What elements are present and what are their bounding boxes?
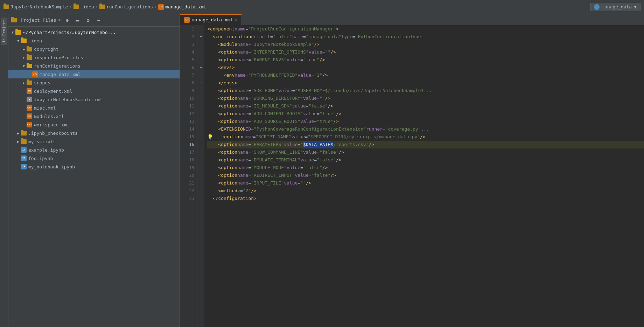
tree-item-deployment-xml[interactable]: </> deployment.xml bbox=[8, 87, 180, 95]
foo-spacer bbox=[15, 155, 21, 161]
code-content[interactable]: <component name="ProjectRunConfiguration… bbox=[204, 25, 644, 327]
fold-19 bbox=[197, 164, 204, 172]
tree-item-runconfigurations[interactable]: runConfigurations bbox=[8, 62, 180, 70]
workspace-xml-icon: </> bbox=[27, 122, 32, 127]
selected-text: $DATA_PATH$ bbox=[303, 141, 333, 148]
tree-item-iml[interactable]: ■ JupyterNotebookSample.iml bbox=[8, 95, 180, 104]
example-ipynb-label: example.ipynb bbox=[28, 147, 64, 153]
root-label: ~/PycharmProjects/JupyterNotebo... bbox=[23, 30, 116, 35]
breadcrumb-folder-icon-1 bbox=[4, 5, 9, 9]
line-13: 13 bbox=[180, 118, 194, 125]
fold-7 bbox=[197, 71, 204, 79]
runconfigurations-arrow bbox=[21, 63, 27, 69]
breadcrumb-item-3[interactable]: runConfigurations bbox=[106, 4, 153, 9]
code-line-23: </configuration> bbox=[207, 195, 644, 202]
breadcrumb-sep-2: › bbox=[96, 5, 98, 9]
editor-area: </> manage_data.xml ✕ 1 2 3 4 5 6 7 8 9 … bbox=[180, 14, 644, 327]
code-line-21: <option name="INPUT_FILE" value="" /> bbox=[207, 179, 644, 187]
main-layout: 1: Project Project Files ▼ ⊕ ⚌ ⚙ − ~/Pyc… bbox=[0, 14, 644, 327]
fold-2[interactable]: − bbox=[197, 33, 204, 41]
tab-close-button[interactable]: ✕ bbox=[235, 18, 237, 22]
run-config-button[interactable]: manage_data ▼ bbox=[590, 3, 640, 11]
fold-18 bbox=[197, 156, 204, 164]
tree-item-modules-xml[interactable]: </> modules.xml bbox=[8, 112, 180, 120]
code-line-4: <option name="INTERPRETER_OPTIONS" value… bbox=[207, 48, 644, 56]
fold-12 bbox=[197, 110, 204, 118]
misc-xml-label: misc.xml bbox=[34, 105, 56, 111]
add-button[interactable]: ⊕ bbox=[63, 16, 71, 24]
tree-item-workspace-xml[interactable]: </> workspace.xml bbox=[8, 120, 180, 129]
tree-item-my-notebook-ipynb[interactable]: IP my_notebook.ipynb bbox=[8, 162, 180, 171]
tree-item-inspectionprofiles[interactable]: inspectionProfiles bbox=[8, 53, 180, 62]
editor-tab-manage-data[interactable]: </> manage_data.xml ✕ bbox=[180, 14, 242, 25]
breadcrumb-sep-1: › bbox=[69, 5, 72, 9]
fold-13 bbox=[197, 118, 204, 125]
line-2: 2 bbox=[180, 33, 194, 41]
inspectionprofiles-label: inspectionProfiles bbox=[34, 55, 83, 60]
my-scripts-folder-icon bbox=[21, 139, 27, 144]
line-21: 21 bbox=[180, 179, 194, 187]
idea-label: .idea bbox=[28, 38, 42, 43]
line-8: 8 bbox=[180, 79, 194, 87]
bulb-icon[interactable]: 💡 bbox=[207, 133, 213, 141]
settings-equalizer-button[interactable]: ⚌ bbox=[74, 16, 82, 24]
tab-xml-icon: </> bbox=[184, 17, 190, 23]
fold-21 bbox=[197, 179, 204, 187]
tree-item-my-scripts[interactable]: my_scripts bbox=[8, 137, 180, 146]
line-5: 5 bbox=[180, 56, 194, 64]
fold-20 bbox=[197, 172, 204, 179]
project-folder-icon bbox=[11, 18, 17, 22]
workspace-xml-label: workspace.xml bbox=[34, 122, 70, 127]
iml-label: JupyterNotebookSample.iml bbox=[34, 97, 103, 102]
code-line-8: </envs> bbox=[207, 79, 644, 87]
code-line-1: <component name="ProjectRunConfiguration… bbox=[207, 25, 644, 33]
tree-item-manage-data-xml[interactable]: </> manage_data.xml bbox=[8, 70, 180, 78]
foo-ipynb-icon: IP bbox=[21, 155, 27, 161]
code-line-5: <option name="PARENT_ENVS" value="true" … bbox=[207, 56, 644, 64]
run-config-label: manage_data bbox=[602, 4, 632, 9]
inspectionprofiles-folder-icon bbox=[27, 55, 32, 60]
tree-item-scopes[interactable]: scopes bbox=[8, 78, 180, 87]
breadcrumb-item-2[interactable]: .idea bbox=[80, 4, 94, 9]
tree-item-example-ipynb[interactable]: IP example.ipynb bbox=[8, 146, 180, 154]
line-4: 4 bbox=[180, 48, 194, 56]
line-15: 15 bbox=[180, 133, 194, 141]
ipynb-checkpoints-arrow bbox=[15, 130, 21, 136]
workspace-spacer bbox=[21, 122, 27, 127]
file-tree[interactable]: ~/PycharmProjects/JupyterNotebo... .idea… bbox=[8, 27, 180, 327]
close-panel-button[interactable]: − bbox=[95, 16, 103, 24]
misc-spacer bbox=[21, 105, 27, 111]
code-editor[interactable]: 1 2 3 4 5 6 7 8 9 10 11 12 13 14 15 16 1… bbox=[180, 25, 644, 327]
my-notebook-spacer bbox=[15, 164, 21, 169]
code-line-6: <envs> bbox=[207, 64, 644, 71]
tree-item-foo-ipynb[interactable]: IP foo.ipynb bbox=[8, 154, 180, 162]
line-number-gutter: 1 2 3 4 5 6 7 8 9 10 11 12 13 14 15 16 1… bbox=[180, 25, 197, 327]
line-12: 12 bbox=[180, 110, 194, 118]
bracket-1: < bbox=[207, 25, 210, 33]
tree-item-idea[interactable]: .idea bbox=[8, 36, 180, 45]
tree-root[interactable]: ~/PycharmProjects/JupyterNotebo... bbox=[8, 28, 180, 36]
copyright-label: copyright bbox=[34, 47, 58, 52]
project-files-button[interactable]: Project Files ▼ bbox=[11, 18, 61, 23]
line-3: 3 bbox=[180, 41, 194, 48]
tree-item-misc-xml[interactable]: </> misc.xml bbox=[8, 104, 180, 112]
fold-8[interactable]: − bbox=[197, 79, 204, 87]
project-files-label: Project Files bbox=[21, 18, 56, 23]
code-line-12: <option name="ADD_CONTENT_ROOTS" value="… bbox=[207, 110, 644, 118]
line-10: 10 bbox=[180, 95, 194, 102]
sidebar-tab-strip: 1: Project bbox=[0, 14, 8, 327]
breadcrumb-item-4[interactable]: manage_data.xml bbox=[165, 4, 206, 9]
foo-ipynb-label: foo.ipynb bbox=[28, 156, 53, 161]
fold-6[interactable]: − bbox=[197, 64, 204, 71]
code-line-20: <option name="REDIRECT_INPUT" value="fal… bbox=[207, 172, 644, 179]
project-tab-label[interactable]: 1: Project bbox=[1, 18, 7, 45]
tree-item-copyright[interactable]: copyright bbox=[8, 45, 180, 53]
scopes-arrow bbox=[21, 80, 27, 85]
breadcrumb-item-1[interactable]: JupyterNotebookSample bbox=[10, 4, 68, 9]
tree-item-ipynb-checkpoints[interactable]: .ipynb_checkpoints bbox=[8, 129, 180, 137]
deployment-xml-icon: </> bbox=[27, 88, 32, 94]
gear-button[interactable]: ⚙ bbox=[84, 16, 92, 24]
runconfigurations-folder-icon bbox=[27, 64, 32, 68]
modules-spacer bbox=[21, 113, 27, 119]
code-line-17: <option name="SHOW_COMMAND_LINE" value="… bbox=[207, 148, 644, 156]
